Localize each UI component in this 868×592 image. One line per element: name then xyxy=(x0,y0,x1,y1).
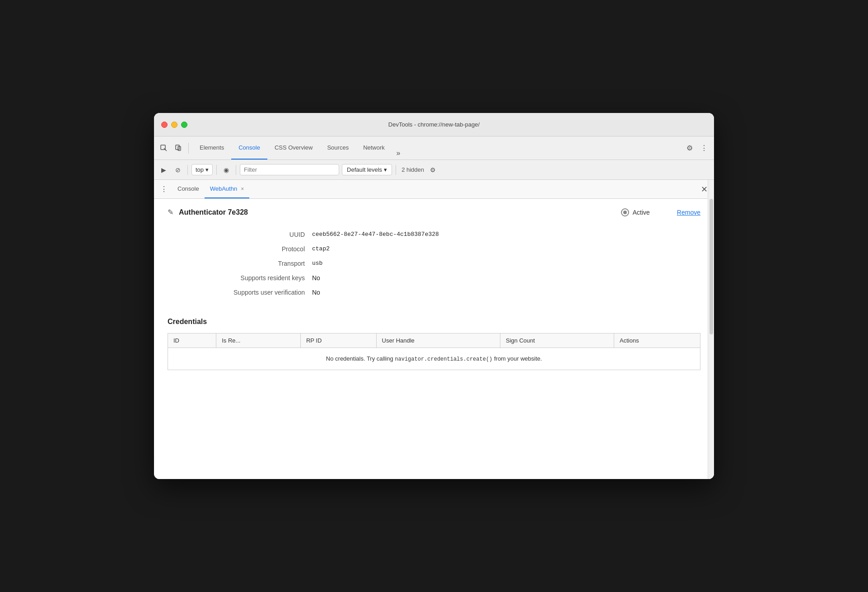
col-id: ID xyxy=(168,334,216,348)
resident-keys-label: Supports resident keys xyxy=(168,271,312,285)
drawer-panel: ✎ Authenticator 7e328 Active Remove xyxy=(154,199,714,479)
minimize-button[interactable] xyxy=(171,122,177,128)
scrollbar-thumb[interactable] xyxy=(709,199,713,334)
panel-content: ⋮ Console WebAuthn × ✕ ✎ xyxy=(154,180,714,479)
devtools-window: DevTools - chrome://new-tab-page/ Elemen… xyxy=(154,113,714,479)
tab-sources[interactable]: Sources xyxy=(320,136,356,160)
block-icon[interactable]: ⊘ xyxy=(172,164,184,176)
drawer-tab-webauthn[interactable]: WebAuthn × xyxy=(205,180,249,198)
tab-elements[interactable]: Elements xyxy=(192,136,231,160)
device-toolbar-icon[interactable] xyxy=(172,142,185,155)
fullscreen-button[interactable] xyxy=(181,122,187,128)
settings-icon[interactable]: ⚙ xyxy=(683,142,696,155)
more-options-icon[interactable]: ⋮ xyxy=(698,142,710,155)
protocol-value: ctap2 xyxy=(312,242,700,256)
run-script-icon[interactable]: ▶ xyxy=(158,164,169,176)
drawer-more-icon[interactable]: ⋮ xyxy=(158,183,170,196)
context-selector[interactable]: top ▾ xyxy=(191,164,213,175)
tab-network[interactable]: Network xyxy=(356,136,392,160)
title-bar: DevTools - chrome://new-tab-page/ xyxy=(154,113,714,136)
console-separator-2 xyxy=(216,165,217,175)
toolbar-right-icons: ⚙ ⋮ xyxy=(683,142,710,155)
protocol-label: Protocol xyxy=(168,242,312,256)
toolbar-separator-1 xyxy=(188,143,189,154)
credentials-header-row: ID Is Re... RP ID User Handle Sign Count… xyxy=(168,334,700,348)
drawer-tabs: ⋮ Console WebAuthn × ✕ xyxy=(154,180,714,199)
hidden-count: 2 hidden xyxy=(401,166,424,173)
eye-icon[interactable]: ◉ xyxy=(220,164,232,176)
inspect-element-icon[interactable] xyxy=(158,142,170,155)
credentials-section: Credentials ID Is Re... RP ID User Handl… xyxy=(168,318,700,370)
tab-console[interactable]: Console xyxy=(231,136,267,160)
radio-button[interactable] xyxy=(621,208,629,216)
webauthn-panel: ✎ Authenticator 7e328 Active Remove xyxy=(154,199,714,379)
user-verification-value: No xyxy=(312,285,700,300)
webauthn-tab-close-icon[interactable]: × xyxy=(241,186,244,192)
no-credentials-msg: No credentials. Try calling navigator.cr… xyxy=(326,355,542,362)
main-tabs: Elements Console CSS Overview Sources Ne… xyxy=(192,136,681,160)
transport-label: Transport xyxy=(168,256,312,271)
active-radio[interactable]: Active xyxy=(621,208,650,216)
console-settings-icon[interactable]: ⚙ xyxy=(427,164,439,176)
col-user-handle: User Handle xyxy=(376,334,500,348)
drawer-tab-console[interactable]: Console xyxy=(172,180,205,198)
uuid-value: ceeb5662-8e27-4e47-8ebc-4c1b8387e328 xyxy=(312,227,700,242)
credentials-table: ID Is Re... RP ID User Handle Sign Count… xyxy=(168,333,700,370)
svg-rect-1 xyxy=(176,145,179,150)
authenticator-name: Authenticator 7e328 xyxy=(179,208,621,216)
col-sign-count: Sign Count xyxy=(500,334,614,348)
col-actions: Actions xyxy=(614,334,700,348)
credentials-title: Credentials xyxy=(168,318,700,326)
console-separator-1 xyxy=(187,165,188,175)
traffic-lights xyxy=(161,122,187,128)
window-title: DevTools - chrome://new-tab-page/ xyxy=(388,121,480,128)
user-verification-label: Supports user verification xyxy=(168,285,312,300)
main-toolbar: Elements Console CSS Overview Sources Ne… xyxy=(154,136,714,160)
properties-table: UUID ceeb5662-8e27-4e47-8ebc-4c1b8387e32… xyxy=(168,227,700,300)
col-rpid: RP ID xyxy=(300,334,376,348)
no-credentials-cell: No credentials. Try calling navigator.cr… xyxy=(168,348,700,370)
console-separator-4 xyxy=(396,165,396,175)
console-toolbar: ▶ ⊘ top ▾ ◉ Default levels ▾ 2 hidden ⚙ xyxy=(154,160,714,180)
level-selector[interactable]: Default levels ▾ xyxy=(342,164,392,175)
edit-icon[interactable]: ✎ xyxy=(168,208,173,216)
no-credentials-row: No credentials. Try calling navigator.cr… xyxy=(168,348,700,370)
filter-input[interactable] xyxy=(240,164,339,175)
main-content-area: ⋮ Console WebAuthn × ✕ ✎ xyxy=(154,180,714,479)
tab-css-overview[interactable]: CSS Overview xyxy=(267,136,320,160)
radio-inner-dot xyxy=(623,211,627,214)
active-label: Active xyxy=(633,209,650,216)
remove-button[interactable]: Remove xyxy=(677,209,700,216)
console-separator-3 xyxy=(236,165,236,175)
col-isre: Is Re... xyxy=(216,334,301,348)
close-button[interactable] xyxy=(161,122,168,128)
uuid-label: UUID xyxy=(168,227,312,242)
more-tabs-icon[interactable]: » xyxy=(392,147,405,160)
resident-keys-value: No xyxy=(312,271,700,285)
scrollbar[interactable] xyxy=(708,180,714,479)
authenticator-header: ✎ Authenticator 7e328 Active Remove xyxy=(168,208,700,216)
transport-value: usb xyxy=(312,256,700,271)
